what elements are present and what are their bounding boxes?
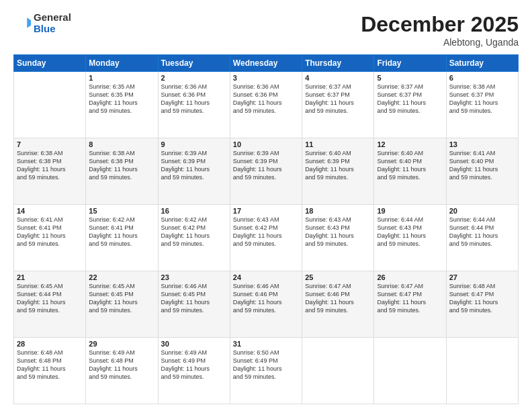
day-info: Sunrise: 6:43 AMSunset: 6:43 PMDaylight:… (305, 216, 371, 248)
day-info: Sunrise: 6:48 AMSunset: 6:47 PMDaylight:… (449, 282, 515, 315)
table-row: 24 Sunrise: 6:46 AMSunset: 6:46 PMDaylig… (230, 271, 302, 338)
header-thursday: Thursday (302, 55, 374, 72)
day-number: 31 (233, 340, 299, 348)
day-info: Sunrise: 6:48 AMSunset: 6:48 PMDaylight:… (17, 349, 83, 381)
logo-icon (13, 14, 32, 33)
day-number: 4 (305, 74, 371, 82)
day-number: 27 (449, 273, 515, 281)
logo: General Blue (13, 12, 71, 34)
day-info: Sunrise: 6:49 AMSunset: 6:49 PMDaylight:… (161, 349, 227, 381)
day-info: Sunrise: 6:45 AMSunset: 6:45 PMDaylight:… (89, 282, 154, 315)
table-row: 9 Sunrise: 6:39 AMSunset: 6:39 PMDayligh… (158, 138, 230, 205)
day-info: Sunrise: 6:37 AMSunset: 6:37 PMDaylight:… (377, 83, 443, 116)
day-number: 26 (377, 273, 443, 281)
day-number: 17 (233, 207, 299, 215)
day-number: 7 (17, 140, 83, 148)
table-row (446, 338, 518, 404)
day-number: 21 (17, 273, 83, 281)
day-info: Sunrise: 6:49 AMSunset: 6:48 PMDaylight:… (89, 349, 154, 381)
day-info: Sunrise: 6:50 AMSunset: 6:49 PMDaylight:… (233, 349, 299, 381)
day-info: Sunrise: 6:46 AMSunset: 6:46 PMDaylight:… (233, 282, 299, 315)
table-row: 19 Sunrise: 6:44 AMSunset: 6:43 PMDaylig… (374, 205, 446, 271)
day-info: Sunrise: 6:40 AMSunset: 6:39 PMDaylight:… (305, 149, 371, 182)
day-info: Sunrise: 6:41 AMSunset: 6:41 PMDaylight:… (17, 216, 83, 248)
day-info: Sunrise: 6:38 AMSunset: 6:37 PMDaylight:… (449, 83, 515, 116)
day-number: 20 (449, 207, 515, 215)
calendar-week-row: 28 Sunrise: 6:48 AMSunset: 6:48 PMDaylig… (14, 338, 519, 404)
table-row: 20 Sunrise: 6:44 AMSunset: 6:44 PMDaylig… (446, 205, 518, 271)
day-info: Sunrise: 6:37 AMSunset: 6:37 PMDaylight:… (305, 83, 371, 116)
calendar-week-row: 1 Sunrise: 6:35 AMSunset: 6:35 PMDayligh… (14, 72, 519, 138)
day-number: 14 (17, 207, 83, 215)
header-friday: Friday (374, 55, 446, 72)
day-info: Sunrise: 6:41 AMSunset: 6:40 PMDaylight:… (449, 149, 515, 182)
header-wednesday: Wednesday (230, 55, 302, 72)
day-number: 23 (161, 273, 227, 281)
title-area: December 2025 Alebtong, Uganda (361, 12, 519, 48)
day-info: Sunrise: 6:36 AMSunset: 6:36 PMDaylight:… (233, 83, 299, 116)
table-row: 3 Sunrise: 6:36 AMSunset: 6:36 PMDayligh… (230, 72, 302, 138)
table-row: 11 Sunrise: 6:40 AMSunset: 6:39 PMDaylig… (302, 138, 374, 205)
day-info: Sunrise: 6:38 AMSunset: 6:38 PMDaylight:… (17, 149, 83, 182)
day-number: 5 (377, 74, 443, 82)
svg-marker-1 (28, 17, 32, 28)
table-row: 21 Sunrise: 6:45 AMSunset: 6:44 PMDaylig… (14, 271, 86, 338)
day-number: 22 (89, 273, 154, 281)
table-row: 17 Sunrise: 6:43 AMSunset: 6:42 PMDaylig… (230, 205, 302, 271)
day-info: Sunrise: 6:45 AMSunset: 6:44 PMDaylight:… (17, 282, 83, 315)
header-sunday: Sunday (14, 55, 86, 72)
day-number: 6 (449, 74, 515, 82)
table-row: 15 Sunrise: 6:42 AMSunset: 6:41 PMDaylig… (86, 205, 158, 271)
day-number: 3 (233, 74, 299, 82)
table-row: 10 Sunrise: 6:39 AMSunset: 6:39 PMDaylig… (230, 138, 302, 205)
table-row (374, 338, 446, 404)
table-row: 4 Sunrise: 6:37 AMSunset: 6:37 PMDayligh… (302, 72, 374, 138)
table-row (14, 72, 86, 138)
table-row: 27 Sunrise: 6:48 AMSunset: 6:47 PMDaylig… (446, 271, 518, 338)
table-row: 16 Sunrise: 6:42 AMSunset: 6:42 PMDaylig… (158, 205, 230, 271)
table-row: 2 Sunrise: 6:36 AMSunset: 6:36 PMDayligh… (158, 72, 230, 138)
day-number: 11 (305, 140, 371, 148)
day-number: 16 (161, 207, 227, 215)
day-number: 30 (161, 340, 227, 348)
table-row: 23 Sunrise: 6:46 AMSunset: 6:45 PMDaylig… (158, 271, 230, 338)
table-row: 30 Sunrise: 6:49 AMSunset: 6:49 PMDaylig… (158, 338, 230, 404)
day-info: Sunrise: 6:47 AMSunset: 6:46 PMDaylight:… (305, 282, 371, 315)
day-info: Sunrise: 6:42 AMSunset: 6:42 PMDaylight:… (161, 216, 227, 248)
table-row: 6 Sunrise: 6:38 AMSunset: 6:37 PMDayligh… (446, 72, 518, 138)
day-info: Sunrise: 6:40 AMSunset: 6:40 PMDaylight:… (377, 149, 443, 182)
day-number: 18 (305, 207, 371, 215)
header-saturday: Saturday (446, 55, 518, 72)
day-info: Sunrise: 6:47 AMSunset: 6:47 PMDaylight:… (377, 282, 443, 315)
day-info: Sunrise: 6:46 AMSunset: 6:45 PMDaylight:… (161, 282, 227, 315)
table-row: 25 Sunrise: 6:47 AMSunset: 6:46 PMDaylig… (302, 271, 374, 338)
day-info: Sunrise: 6:42 AMSunset: 6:41 PMDaylight:… (89, 216, 154, 248)
table-row: 22 Sunrise: 6:45 AMSunset: 6:45 PMDaylig… (86, 271, 158, 338)
day-number: 2 (161, 74, 227, 82)
calendar-week-row: 21 Sunrise: 6:45 AMSunset: 6:44 PMDaylig… (14, 271, 519, 338)
table-row: 12 Sunrise: 6:40 AMSunset: 6:40 PMDaylig… (374, 138, 446, 205)
logo-general: General (34, 12, 71, 24)
weekday-header-row: Sunday Monday Tuesday Wednesday Thursday… (14, 55, 519, 72)
table-row: 29 Sunrise: 6:49 AMSunset: 6:48 PMDaylig… (86, 338, 158, 404)
day-number: 25 (305, 273, 371, 281)
table-row (302, 338, 374, 404)
table-row: 28 Sunrise: 6:48 AMSunset: 6:48 PMDaylig… (14, 338, 86, 404)
day-info: Sunrise: 6:39 AMSunset: 6:39 PMDaylight:… (161, 149, 227, 182)
day-info: Sunrise: 6:36 AMSunset: 6:36 PMDaylight:… (161, 83, 227, 116)
day-info: Sunrise: 6:44 AMSunset: 6:43 PMDaylight:… (377, 216, 443, 248)
table-row: 18 Sunrise: 6:43 AMSunset: 6:43 PMDaylig… (302, 205, 374, 271)
table-row: 14 Sunrise: 6:41 AMSunset: 6:41 PMDaylig… (14, 205, 86, 271)
location: Alebtong, Uganda (361, 37, 519, 48)
day-number: 10 (233, 140, 299, 148)
day-number: 1 (89, 74, 154, 82)
logo-blue: Blue (34, 24, 71, 35)
table-row: 8 Sunrise: 6:38 AMSunset: 6:38 PMDayligh… (86, 138, 158, 205)
table-row: 31 Sunrise: 6:50 AMSunset: 6:49 PMDaylig… (230, 338, 302, 404)
day-number: 19 (377, 207, 443, 215)
header: General Blue December 2025 Alebtong, Uga… (13, 12, 519, 48)
day-number: 12 (377, 140, 443, 148)
logo-text: General Blue (34, 12, 71, 34)
month-title: December 2025 (361, 12, 519, 37)
header-tuesday: Tuesday (158, 55, 230, 72)
